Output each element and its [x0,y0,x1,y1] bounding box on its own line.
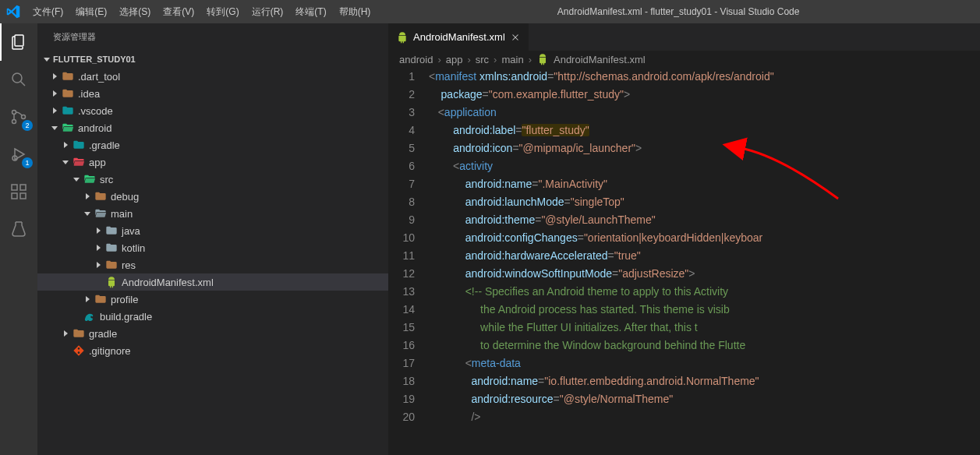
line-content: android:launchMode="singleTop" [429,193,624,211]
breadcrumbs[interactable]: android›app›src›main›AndroidManifest.xml [388,51,980,68]
chevron-right-icon [59,330,72,337]
tree-item[interactable]: profile [37,291,388,308]
code-line: 20 /> [388,408,980,426]
tab-androidmanifest[interactable]: AndroidManifest.xml [388,23,529,51]
tree-item[interactable]: res [37,256,388,273]
gradle-icon [83,309,97,323]
svg-rect-9 [12,193,17,199]
code-line: 13 <!-- Specifies an Android theme to ap… [388,283,980,301]
chevron-right-icon [59,142,72,148]
line-content: the Android process has started. This th… [429,301,730,319]
svg-marker-6 [15,149,24,160]
chevron-down-icon [41,58,53,62]
svg-point-4 [12,120,16,124]
vscode-icon [0,5,27,19]
code-line: 10 android:configChanges="orientation|ke… [388,229,980,247]
svg-line-2 [21,82,26,86]
line-number: 6 [388,157,429,175]
svg-rect-11 [20,185,26,190]
git-icon [72,344,86,358]
tree-item-label: profile [111,294,138,305]
menu-item[interactable]: 查看(V) [157,0,200,23]
line-content: android:resource="@style/NormalTheme" [429,390,673,408]
line-content: <!-- Specifies an Android theme to apply… [429,283,728,301]
tree-item-label: android [78,122,111,134]
extensions-icon[interactable] [0,173,37,210]
line-number: 19 [388,390,429,408]
svg-point-3 [12,111,16,115]
line-number: 1 [388,68,429,86]
line-content: <application [429,104,497,122]
tree-item[interactable]: app [37,153,388,171]
tree-item[interactable]: .vscode [37,102,388,119]
menu-item[interactable]: 转到(G) [200,0,245,23]
line-content: <manifest xmlns:android="http://schemas.… [429,68,774,86]
svg-point-5 [22,115,26,119]
code-line: 5 android:icon="@mipmap/ic_launcher"> [388,139,980,157]
tree-item[interactable]: build.gradle [37,308,388,325]
tree-item-label: build.gradle [100,311,152,323]
menu-item[interactable]: 选择(S) [113,0,157,23]
tree-item[interactable]: .gitignore [37,342,388,359]
source-control-icon[interactable]: 2 [0,98,37,136]
search-icon[interactable] [0,61,37,98]
breadcrumb-item[interactable]: app [446,54,463,65]
breadcrumb-item[interactable]: android [399,54,433,65]
tree-item[interactable]: debug [37,188,388,205]
folder-icon [104,224,119,238]
breadcrumb-item[interactable]: AndroidManifest.xml [554,54,646,65]
tree-item[interactable]: java [37,222,388,239]
code-line: 17 <meta-data [388,354,980,372]
chevron-right-icon: › [437,54,440,65]
tree-item[interactable]: android [37,119,388,136]
code-line: 6 <activity [388,157,980,175]
breadcrumb-item[interactable]: src [476,54,489,65]
tree-item[interactable]: main [37,205,388,222]
code-line: 8 android:launchMode="singleTop" [388,193,980,211]
svg-point-1 [12,73,22,83]
tree-item[interactable]: .idea [37,85,388,102]
tree-item-label: .gradle [89,139,120,151]
line-number: 15 [388,319,429,337]
menu-item[interactable]: 编辑(E) [69,0,113,23]
line-number: 3 [388,104,429,122]
code-line: 12 android:windowSoftInputMode="adjustRe… [388,265,980,283]
code-line: 1<manifest xmlns:android="http://schemas… [388,68,980,86]
tree-item-label: res [122,259,136,271]
line-content: android:hardwareAccelerated="true" [429,247,641,265]
folder-icon [61,121,75,135]
testing-icon[interactable] [0,210,37,248]
folder-icon [94,292,108,306]
menu-item[interactable]: 文件(F) [27,0,69,23]
menu-item[interactable]: 帮助(H) [333,0,377,23]
tree-item[interactable]: src [37,171,388,188]
line-number: 9 [388,211,429,229]
tree-item-label: .idea [78,88,100,100]
titlebar: 文件(F)编辑(E)选择(S)查看(V)转到(G)运行(R)终端(T)帮助(H)… [0,0,980,23]
tree-item[interactable]: AndroidManifest.xml [37,273,388,291]
menu-item[interactable]: 运行(R) [246,0,290,23]
line-number: 7 [388,175,429,193]
code-editor[interactable]: 1<manifest xmlns:android="http://schemas… [388,68,980,455]
tree-item[interactable]: .dart_tool [37,68,388,85]
workspace-section[interactable]: FLUTTER_STUDY01 [37,51,388,68]
code-line: 19 android:resource="@style/NormalTheme" [388,390,980,408]
explorer-icon[interactable] [0,23,37,61]
folder-icon [104,258,119,272]
line-content: android:name="io.flutter.embedding.andro… [429,372,759,390]
menu-item[interactable]: 终端(T) [289,0,332,23]
tree-item-label: gradle [89,328,117,340]
chevron-down-icon [48,126,61,130]
svg-rect-0 [15,35,23,46]
sidebar-header: 资源管理器 [37,23,388,51]
tree-item[interactable]: .gradle [37,136,388,153]
close-icon[interactable] [510,32,521,43]
chevron-right-icon [92,262,104,268]
line-number: 13 [388,283,429,301]
code-line: 16 to determine the Window background be… [388,337,980,354]
run-debug-icon[interactable]: 1 [0,136,37,173]
breadcrumb-item[interactable]: main [501,54,523,65]
tree-item[interactable]: gradle [37,325,388,342]
line-number: 4 [388,122,429,139]
tree-item[interactable]: kotlin [37,239,388,256]
